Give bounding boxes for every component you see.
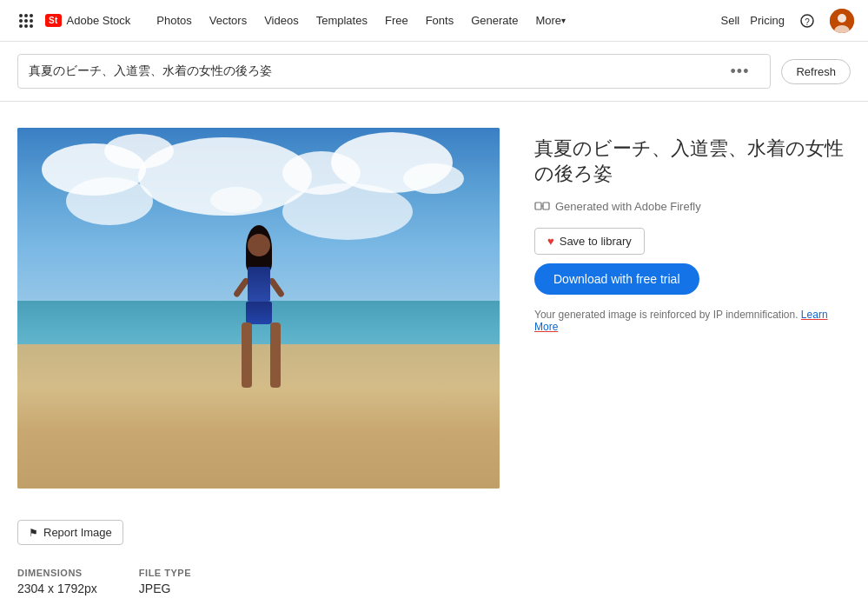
main-image[interactable] bbox=[17, 128, 500, 489]
svg-rect-5 bbox=[535, 203, 541, 209]
filetype-label: FILE TYPE bbox=[139, 568, 191, 578]
person-bikini-bottom bbox=[246, 302, 272, 324]
svg-text:?: ? bbox=[805, 17, 810, 26]
help-icon[interactable]: ? bbox=[795, 9, 819, 33]
filetype-metadata: FILE TYPE JPEG bbox=[139, 568, 191, 595]
image-title: 真夏のビーチ、入道雲、水着の女性の後ろ姿 bbox=[534, 136, 851, 186]
svg-point-3 bbox=[838, 14, 846, 23]
flag-icon: ⚑ bbox=[29, 527, 38, 539]
person-right-arm bbox=[268, 276, 285, 297]
nav-link-fonts[interactable]: Fonts bbox=[417, 0, 463, 42]
nav-link-photos[interactable]: Photos bbox=[148, 0, 200, 42]
nav-link-free[interactable]: Free bbox=[376, 0, 417, 42]
pricing-link[interactable]: Pricing bbox=[750, 14, 785, 27]
svg-rect-6 bbox=[543, 203, 549, 209]
logo-badge: St bbox=[45, 14, 62, 27]
ip-notice: Your generated image is reinforced by IP… bbox=[534, 309, 851, 333]
dimensions-label: DIMENSIONS bbox=[17, 568, 97, 578]
metadata-grid: DIMENSIONS 2304 x 1792px FILE TYPE JPEG bbox=[17, 568, 851, 595]
apps-menu-icon[interactable] bbox=[14, 9, 38, 33]
metadata-section: DIMENSIONS 2304 x 1792px FILE TYPE JPEG bbox=[0, 554, 868, 605]
image-container bbox=[17, 128, 500, 489]
action-buttons: ♥ Save to library Download with free tri… bbox=[534, 228, 851, 295]
search-options-icon[interactable]: ••• bbox=[731, 63, 750, 81]
main-content: 真夏のビーチ、入道雲、水着の女性の後ろ姿 Generated with Adob… bbox=[0, 102, 868, 506]
dimensions-value: 2304 x 1792px bbox=[17, 582, 97, 595]
person-head bbox=[248, 234, 270, 256]
report-image-button[interactable]: ⚑ Report Image bbox=[17, 520, 123, 545]
ip-notice-text: Your generated image is reinforced by IP… bbox=[534, 309, 798, 321]
bottom-section: ⚑ Report Image bbox=[0, 506, 868, 554]
person-left-leg bbox=[242, 322, 252, 388]
info-section: 真夏のビーチ、入道雲、水着の女性の後ろ姿 Generated with Adob… bbox=[534, 128, 851, 489]
nav-right-actions: Sell Pricing ? bbox=[721, 9, 854, 33]
download-button[interactable]: Download with free trial bbox=[534, 263, 699, 295]
dimensions-metadata: DIMENSIONS 2304 x 1792px bbox=[17, 568, 97, 595]
top-navigation: St Adobe Stock Photos Vectors Videos Tem… bbox=[0, 0, 868, 42]
nav-link-more[interactable]: More bbox=[527, 0, 574, 42]
search-input[interactable] bbox=[29, 64, 731, 78]
search-section: ••• Refresh bbox=[0, 42, 868, 102]
search-bar: ••• bbox=[17, 54, 771, 89]
filetype-value: JPEG bbox=[139, 582, 171, 595]
nav-link-generate[interactable]: Generate bbox=[462, 0, 527, 42]
user-avatar[interactable] bbox=[830, 9, 854, 33]
save-to-library-button[interactable]: ♥ Save to library bbox=[534, 228, 645, 255]
person-swimsuit-top bbox=[248, 267, 270, 302]
heart-icon: ♥ bbox=[547, 235, 554, 248]
firefly-label: Generated with Adobe Firefly bbox=[555, 200, 701, 213]
person-figure bbox=[233, 225, 285, 416]
sell-link[interactable]: Sell bbox=[721, 14, 740, 27]
nav-link-videos[interactable]: Videos bbox=[255, 0, 308, 42]
nav-links: Photos Vectors Videos Templates Free Fon… bbox=[148, 0, 720, 42]
nav-link-vectors[interactable]: Vectors bbox=[201, 0, 255, 42]
refresh-button[interactable]: Refresh bbox=[781, 59, 851, 84]
logo-text: Adobe Stock bbox=[67, 14, 131, 27]
save-label: Save to library bbox=[560, 235, 632, 248]
firefly-badge: Generated with Adobe Firefly bbox=[534, 198, 851, 214]
nav-link-templates[interactable]: Templates bbox=[308, 0, 376, 42]
report-label: Report Image bbox=[43, 526, 112, 539]
adobe-stock-logo[interactable]: St Adobe Stock bbox=[45, 14, 130, 27]
person-right-leg bbox=[270, 322, 281, 388]
firefly-icon bbox=[534, 198, 550, 214]
